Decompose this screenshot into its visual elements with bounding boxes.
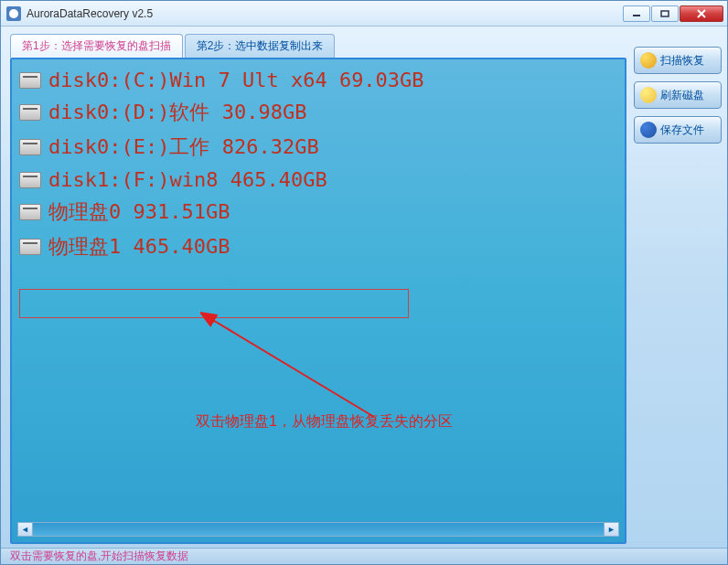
refresh-disk-button[interactable]: 刷新磁盘 bbox=[634, 81, 722, 109]
disk-list: disk0:(C:)Win 7 Ult x64 69.03GB disk0:(D… bbox=[17, 65, 619, 520]
scroll-left-button[interactable]: ◄ bbox=[18, 523, 33, 536]
disk-item[interactable]: 物理盘1 465.40GB bbox=[17, 229, 619, 264]
selection-highlight bbox=[19, 289, 409, 318]
scroll-track[interactable] bbox=[33, 523, 604, 536]
main-panel: 第1步：选择需要恢复的盘扫描 第2步：选中数据复制出来 disk0:(C:)Wi… bbox=[10, 34, 626, 544]
maximize-button[interactable] bbox=[651, 5, 679, 22]
tab-bar: 第1步：选择需要恢复的盘扫描 第2步：选中数据复制出来 bbox=[10, 34, 626, 58]
disk-item[interactable]: disk0:(C:)Win 7 Ult x64 69.03GB bbox=[17, 65, 619, 95]
disk-item[interactable]: disk1:(F:)win8 465.40GB bbox=[17, 165, 619, 195]
disk-icon bbox=[19, 172, 41, 188]
svg-line-5 bbox=[211, 319, 374, 417]
scan-recover-button[interactable]: 扫描恢复 bbox=[634, 47, 722, 74]
svg-rect-1 bbox=[661, 11, 669, 16]
disk-icon bbox=[19, 204, 41, 220]
minimize-button[interactable] bbox=[623, 5, 650, 22]
disk-label: disk0:(C:)Win 7 Ult x64 69.03GB bbox=[48, 69, 424, 91]
refresh-disk-label: 刷新磁盘 bbox=[660, 88, 704, 103]
tab-step2[interactable]: 第2步：选中数据复制出来 bbox=[185, 34, 336, 58]
maximize-icon bbox=[660, 10, 669, 17]
disk-icon bbox=[19, 72, 41, 89]
save-file-label: 保存文件 bbox=[660, 123, 704, 138]
disk-icon bbox=[19, 239, 41, 255]
window-controls bbox=[623, 5, 723, 22]
annotation-arrow bbox=[200, 312, 383, 421]
disk-list-panel: disk0:(C:)Win 7 Ult x64 69.03GB disk0:(D… bbox=[10, 58, 626, 544]
disk-label: disk0:(E:)工作 826.32GB bbox=[48, 133, 319, 161]
scroll-right-button[interactable]: ► bbox=[604, 523, 618, 536]
star-icon bbox=[640, 122, 657, 138]
statusbar-text: 双击需要恢复的盘,开始扫描恢复数据 bbox=[10, 549, 188, 564]
side-panel: 扫描恢复 刷新磁盘 保存文件 bbox=[634, 34, 722, 544]
titlebar: AuroraDataRecovery v2.5 bbox=[1, 1, 727, 27]
window-title: AuroraDataRecovery v2.5 bbox=[27, 7, 623, 20]
disk-item[interactable]: 物理盘0 931.51GB bbox=[17, 195, 619, 229]
close-icon bbox=[696, 9, 707, 18]
annotation-text: 双击物理盘1，从物理盘恢复丢失的分区 bbox=[196, 412, 453, 432]
disk-label: 物理盘0 931.51GB bbox=[48, 198, 230, 226]
close-button[interactable] bbox=[680, 5, 723, 22]
disk-label: 物理盘1 465.40GB bbox=[48, 233, 230, 261]
content-area: 第1步：选择需要恢复的盘扫描 第2步：选中数据复制出来 disk0:(C:)Wi… bbox=[1, 27, 727, 548]
disk-label: disk0:(D:)软件 30.98GB bbox=[48, 99, 306, 126]
scan-recover-label: 扫描恢复 bbox=[660, 53, 704, 69]
disk-item[interactable]: disk0:(E:)工作 826.32GB bbox=[17, 130, 619, 165]
app-icon bbox=[6, 6, 21, 21]
disk-icon bbox=[19, 139, 41, 155]
lightbulb-icon bbox=[640, 87, 657, 103]
save-file-button[interactable]: 保存文件 bbox=[634, 116, 722, 144]
minimize-icon bbox=[632, 10, 641, 17]
disk-icon bbox=[19, 104, 41, 121]
disk-label: disk1:(F:)win8 465.40GB bbox=[48, 168, 327, 191]
horizontal-scrollbar[interactable]: ◄ ► bbox=[17, 522, 619, 537]
window: AuroraDataRecovery v2.5 第1步：选择需要恢复的盘扫描 第… bbox=[0, 0, 728, 565]
magnifier-icon bbox=[640, 52, 657, 69]
statusbar: 双击需要恢复的盘,开始扫描恢复数据 bbox=[1, 548, 727, 564]
disk-item[interactable]: disk0:(D:)软件 30.98GB bbox=[17, 95, 619, 130]
tab-step1[interactable]: 第1步：选择需要恢复的盘扫描 bbox=[10, 34, 183, 58]
